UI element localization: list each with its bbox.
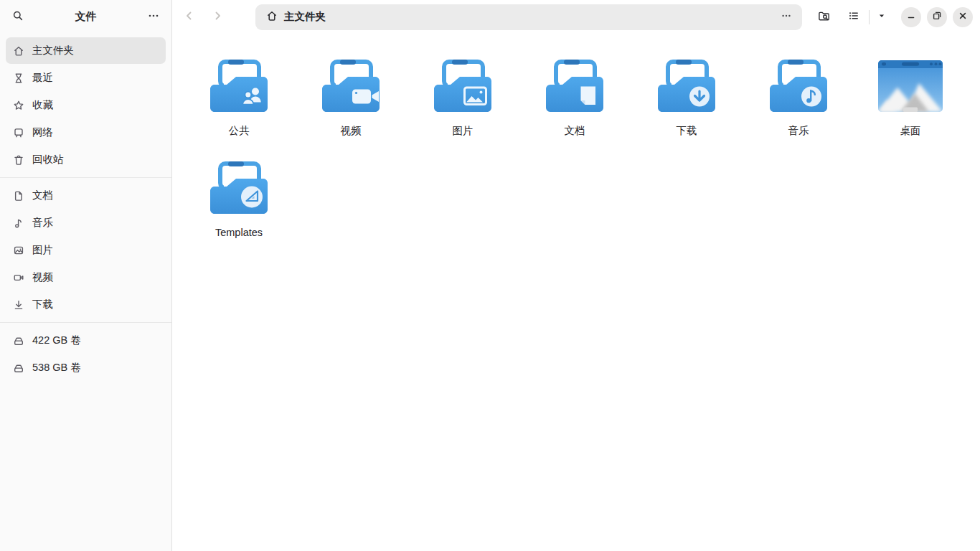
sidebar-item-music[interactable]: 音乐 [6, 209, 166, 236]
close-icon [957, 10, 969, 24]
folder-icon-image [428, 59, 497, 115]
sidebar-item-network[interactable]: 网络 [6, 119, 166, 146]
chevron-right-icon [212, 10, 223, 24]
path-bar[interactable]: 主文件夹 [255, 4, 802, 30]
folder-icon-download [652, 59, 721, 115]
video-icon [13, 272, 24, 283]
network-icon [13, 127, 24, 138]
sidebar-item-home[interactable]: 主文件夹 [6, 37, 166, 64]
file-label: 桌面 [900, 124, 921, 138]
search-icon [12, 10, 24, 24]
sidebar-item-label: 538 GB 卷 [32, 361, 81, 375]
search-everywhere-button[interactable] [812, 6, 835, 29]
ellipsis-icon [781, 10, 792, 24]
sidebar-item-label: 主文件夹 [32, 44, 74, 57]
sidebar-item-label: 下载 [32, 298, 53, 311]
image-icon [13, 245, 24, 256]
trash-icon [13, 154, 24, 166]
file-grid: 公共 视频 图片 文档 下载 音乐 [183, 59, 972, 263]
window-controls [901, 7, 973, 27]
path-menu-button[interactable] [775, 6, 798, 29]
list-view-icon [848, 10, 859, 24]
sidebar: 文件 主文件夹最近收藏网络回收站文档音乐图片视频下载422 GB 卷538 GB… [0, 0, 172, 551]
view-switcher [842, 6, 890, 29]
document-icon [13, 190, 24, 202]
folder-icon-music [764, 59, 833, 115]
file-label: 文档 [565, 124, 585, 138]
minimize-button[interactable] [901, 7, 921, 27]
folder-icon-video [316, 59, 385, 115]
drive-icon [13, 335, 24, 347]
view-switcher-divider [869, 10, 870, 24]
file-label: 公共 [229, 124, 250, 138]
sidebar-nav: 主文件夹最近收藏网络回收站文档音乐图片视频下载422 GB 卷538 GB 卷 [0, 34, 171, 551]
sidebar-item-downloads[interactable]: 下载 [6, 291, 166, 318]
sidebar-item-label: 回收站 [32, 153, 64, 166]
file-item-音乐[interactable]: 音乐 [743, 59, 854, 161]
file-item-公共[interactable]: 公共 [183, 59, 295, 161]
sidebar-separator [0, 322, 171, 323]
sidebar-item-label: 网络 [32, 126, 53, 139]
star-icon [13, 100, 24, 111]
file-label: 图片 [453, 124, 473, 138]
restore-icon [931, 10, 943, 24]
folder-icon-people [204, 59, 273, 115]
sidebar-item-label: 音乐 [32, 216, 53, 230]
file-view: 公共 视频 图片 文档 下载 音乐 [172, 34, 980, 551]
search-button[interactable] [6, 6, 29, 29]
forward-button[interactable] [206, 6, 229, 29]
sidebar-item-pictures[interactable]: 图片 [6, 237, 166, 263]
drive-icon [13, 362, 24, 374]
home-icon [266, 10, 278, 24]
sidebar-item-label: 收藏 [32, 98, 53, 112]
folder-icon-templates [204, 161, 273, 217]
file-manager-window: 文件 主文件夹最近收藏网络回收站文档音乐图片视频下载422 GB 卷538 GB… [0, 0, 980, 551]
sidebar-item-volume-538[interactable]: 538 GB 卷 [6, 354, 166, 381]
file-item-图片[interactable]: 图片 [407, 59, 519, 161]
file-item-视频[interactable]: 视频 [295, 59, 407, 161]
home-icon [13, 45, 24, 57]
file-label: 视频 [341, 124, 362, 138]
sidebar-item-label: 422 GB 卷 [32, 334, 81, 347]
caret-down-icon [877, 11, 887, 23]
minimize-icon [905, 10, 917, 24]
file-item-desktop[interactable]: 桌面 [854, 59, 966, 161]
file-label: 下载 [677, 124, 697, 138]
music-icon [13, 217, 24, 229]
sidebar-separator [0, 177, 171, 178]
file-item-下载[interactable]: 下载 [631, 59, 743, 161]
file-label: Templates [215, 226, 263, 240]
maximize-button[interactable] [927, 7, 947, 27]
chevron-left-icon [184, 10, 195, 24]
sidebar-item-label: 视频 [32, 270, 53, 284]
desktop-icon [876, 59, 945, 115]
location-label: 主文件夹 [284, 10, 326, 24]
file-label: 音乐 [788, 124, 809, 138]
sidebar-item-starred[interactable]: 收藏 [6, 92, 166, 118]
sidebar-item-volume-422[interactable]: 422 GB 卷 [6, 327, 166, 354]
app-title: 文件 [29, 10, 142, 24]
sidebar-item-label: 图片 [32, 243, 53, 257]
back-button[interactable] [178, 6, 201, 29]
sidebar-item-trash[interactable]: 回收站 [6, 146, 166, 173]
main-pane: 主文件夹 [172, 0, 980, 551]
sidebar-menu-button[interactable] [142, 6, 165, 29]
close-button[interactable] [953, 7, 973, 27]
folder-icon-document [540, 59, 609, 115]
sidebar-item-videos[interactable]: 视频 [6, 264, 166, 291]
sidebar-item-recent[interactable]: 最近 [6, 65, 166, 91]
sidebar-item-documents[interactable]: 文档 [6, 182, 166, 209]
sidebar-item-label: 文档 [32, 189, 53, 202]
file-item-文档[interactable]: 文档 [519, 59, 631, 161]
folder-search-icon [818, 10, 830, 24]
headerbar: 主文件夹 [172, 0, 980, 34]
sidebar-item-label: 最近 [32, 71, 53, 85]
menu-dots-icon [148, 10, 159, 24]
download-icon [13, 299, 24, 311]
file-item-templates[interactable]: Templates [183, 161, 295, 263]
recent-icon [13, 72, 24, 84]
sidebar-header: 文件 [0, 0, 171, 34]
list-view-button[interactable] [842, 6, 865, 29]
view-options-button[interactable] [873, 6, 890, 29]
